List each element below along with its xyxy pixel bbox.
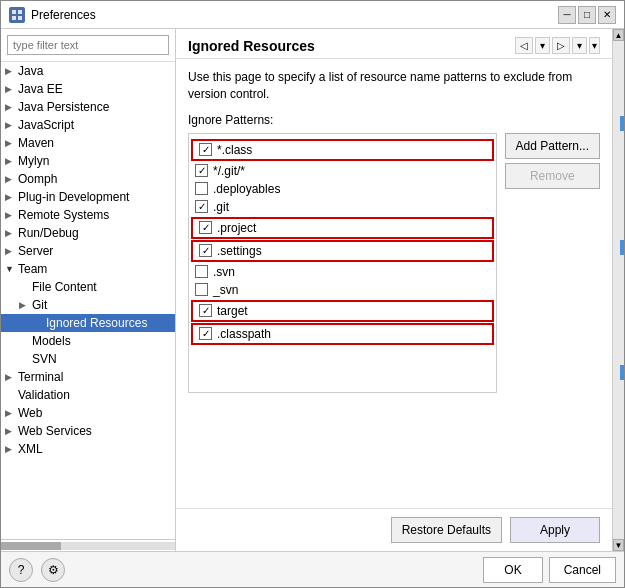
pattern-item-8[interactable]: target [191, 300, 494, 322]
sidebar-item-models[interactable]: Models [1, 332, 175, 350]
sidebar-item-web-services[interactable]: ▶Web Services [1, 422, 175, 440]
settings-button[interactable]: ⚙ [41, 558, 65, 582]
sidebar-item-team[interactable]: ▼Team [1, 260, 175, 278]
git-arrow-icon: ▶ [19, 300, 29, 310]
nav-back-dropdown[interactable]: ▾ [535, 37, 550, 54]
pattern-label-2: .deployables [213, 182, 280, 196]
sidebar-item-remote-systems[interactable]: ▶Remote Systems [1, 206, 175, 224]
sidebar-item-java[interactable]: ▶Java [1, 62, 175, 80]
bottom-bar: ? ⚙ OK Cancel [1, 551, 624, 587]
validation-label: Validation [18, 388, 70, 402]
scroll-indicator-2 [620, 240, 624, 255]
help-button[interactable]: ? [9, 558, 33, 582]
window-title: Preferences [31, 8, 96, 22]
pattern-item-4[interactable]: .project [191, 217, 494, 239]
main-content: ▶Java▶Java EE▶Java Persistence▶JavaScrip… [1, 29, 624, 551]
pattern-label-3: .git [213, 200, 229, 214]
pattern-item-6[interactable]: .svn [189, 263, 496, 281]
pattern-checkbox-8[interactable] [199, 304, 212, 317]
content-panel: Ignored Resources ◁ ▾ ▷ ▾ ▾ Use this pag… [176, 29, 612, 551]
sidebar-item-maven[interactable]: ▶Maven [1, 134, 175, 152]
pattern-checkbox-3[interactable] [195, 200, 208, 213]
preferences-window: Preferences ─ □ ✕ ▶Java▶Java EE▶Java Per… [0, 0, 625, 588]
pattern-checkbox-0[interactable] [199, 143, 212, 156]
search-box [1, 29, 175, 62]
team-arrow-icon: ▼ [5, 264, 15, 274]
description-text: Use this page to specify a list of resou… [188, 69, 600, 103]
pattern-checkbox-7[interactable] [195, 283, 208, 296]
close-button[interactable]: ✕ [598, 6, 616, 24]
nav-forward-button[interactable]: ▷ [552, 37, 570, 54]
sidebar-item-terminal[interactable]: ▶Terminal [1, 368, 175, 386]
content-header: Ignored Resources ◁ ▾ ▷ ▾ ▾ [176, 29, 612, 59]
web-arrow-icon: ▶ [5, 408, 15, 418]
nav-forward-dropdown[interactable]: ▾ [572, 37, 587, 54]
minimize-button[interactable]: ─ [558, 6, 576, 24]
pattern-item-2[interactable]: .deployables [189, 180, 496, 198]
sidebar-item-plugin-dev[interactable]: ▶Plug-in Development [1, 188, 175, 206]
nav-back-button[interactable]: ◁ [515, 37, 533, 54]
git-label: Git [32, 298, 47, 312]
patterns-list: *.class*/.git/*.deployables.git.project.… [188, 133, 497, 393]
web-label: Web [18, 406, 42, 420]
add-pattern-button[interactable]: Add Pattern... [505, 133, 600, 159]
pattern-item-9[interactable]: .classpath [191, 323, 494, 345]
pattern-checkbox-9[interactable] [199, 327, 212, 340]
svg-rect-1 [18, 10, 22, 14]
pattern-checkbox-5[interactable] [199, 244, 212, 257]
apply-button[interactable]: Apply [510, 517, 600, 543]
window-icon [9, 7, 25, 23]
sidebar-item-java-ee[interactable]: ▶Java EE [1, 80, 175, 98]
restore-defaults-button[interactable]: Restore Defaults [391, 517, 502, 543]
svg-rect-0 [12, 10, 16, 14]
sidebar-item-web[interactable]: ▶Web [1, 404, 175, 422]
pattern-item-5[interactable]: .settings [191, 240, 494, 262]
mylyn-arrow-icon: ▶ [5, 156, 15, 166]
sidebar-item-server[interactable]: ▶Server [1, 242, 175, 260]
pattern-checkbox-6[interactable] [195, 265, 208, 278]
pattern-label-6: .svn [213, 265, 235, 279]
pattern-checkbox-1[interactable] [195, 164, 208, 177]
scrollbar-down-button[interactable]: ▼ [613, 539, 624, 551]
sidebar-item-git[interactable]: ▶Git [1, 296, 175, 314]
pattern-item-0[interactable]: *.class [191, 139, 494, 161]
sidebar-item-file-content[interactable]: File Content [1, 278, 175, 296]
pattern-item-7[interactable]: _svn [189, 281, 496, 299]
sidebar-item-xml[interactable]: ▶XML [1, 440, 175, 458]
sidebar-item-java-persistence[interactable]: ▶Java Persistence [1, 98, 175, 116]
pattern-item-3[interactable]: .git [189, 198, 496, 216]
pattern-checkbox-2[interactable] [195, 182, 208, 195]
sidebar-item-svn[interactable]: SVN [1, 350, 175, 368]
pattern-label-5: .settings [217, 244, 262, 258]
pattern-checkbox-4[interactable] [199, 221, 212, 234]
mylyn-label: Mylyn [18, 154, 49, 168]
pattern-item-1[interactable]: */.git/* [189, 162, 496, 180]
scroll-indicator-1 [620, 116, 624, 131]
nav-menu-button[interactable]: ▾ [589, 37, 600, 54]
pattern-label-1: */.git/* [213, 164, 245, 178]
remote-systems-arrow-icon: ▶ [5, 210, 15, 220]
title-bar: Preferences ─ □ ✕ [1, 1, 624, 29]
plugin-dev-arrow-icon: ▶ [5, 192, 15, 202]
web-services-arrow-icon: ▶ [5, 426, 15, 436]
sidebar-item-oomph[interactable]: ▶Oomph [1, 170, 175, 188]
remove-button[interactable]: Remove [505, 163, 600, 189]
search-input[interactable] [7, 35, 169, 55]
ok-button[interactable]: OK [483, 557, 542, 583]
svg-rect-2 [12, 16, 16, 20]
scrollbar-up-button[interactable]: ▲ [613, 29, 624, 41]
ignored-resources-label: Ignored Resources [46, 316, 147, 330]
pattern-label-0: *.class [217, 143, 252, 157]
sidebar-item-javascript[interactable]: ▶JavaScript [1, 116, 175, 134]
run-debug-label: Run/Debug [18, 226, 79, 240]
sidebar-item-validation[interactable]: Validation [1, 386, 175, 404]
cancel-button[interactable]: Cancel [549, 557, 616, 583]
sidebar-item-run-debug[interactable]: ▶Run/Debug [1, 224, 175, 242]
java-ee-arrow-icon: ▶ [5, 84, 15, 94]
sidebar-item-ignored-resources[interactable]: Ignored Resources [1, 314, 175, 332]
maven-arrow-icon: ▶ [5, 138, 15, 148]
terminal-arrow-icon: ▶ [5, 372, 15, 382]
sidebar-item-mylyn[interactable]: ▶Mylyn [1, 152, 175, 170]
patterns-label: Ignore Patterns: [188, 113, 600, 127]
maximize-button[interactable]: □ [578, 6, 596, 24]
